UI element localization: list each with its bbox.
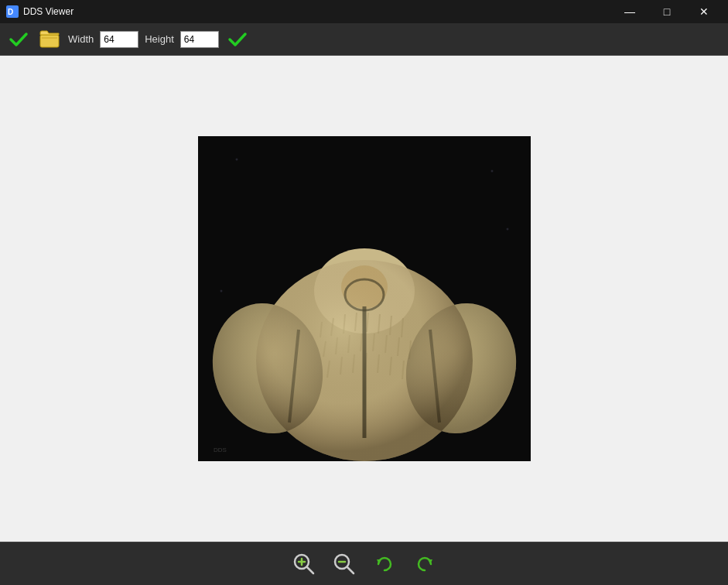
- confirm-button-right[interactable]: [225, 27, 250, 52]
- check-icon-left: [8, 29, 29, 50]
- svg-text:DDS: DDS: [214, 446, 227, 453]
- app-title: DDS Viewer: [23, 6, 73, 17]
- close-button[interactable]: ✕: [686, 0, 722, 23]
- open-folder-icon: [39, 29, 60, 50]
- height-input[interactable]: [180, 31, 219, 48]
- maximize-button[interactable]: □: [649, 0, 685, 23]
- svg-line-46: [307, 567, 313, 573]
- app-icon: D: [6, 5, 19, 18]
- toolbar: Width Height: [0, 23, 728, 56]
- open-file-button[interactable]: [37, 27, 62, 52]
- rotate-right-icon: [412, 552, 437, 576]
- image-display: DDS: [198, 136, 531, 461]
- content-area: DDS: [0, 56, 728, 542]
- zoom-in-button[interactable]: [289, 549, 320, 580]
- title-bar-left: D DDS Viewer: [6, 5, 73, 18]
- width-label: Width: [68, 33, 94, 45]
- zoom-out-icon: [332, 552, 357, 576]
- check-icon-right: [227, 29, 248, 50]
- svg-point-7: [220, 290, 222, 292]
- texture-preview: DDS: [198, 136, 531, 461]
- title-bar: D DDS Viewer — □ ✕: [0, 0, 728, 23]
- svg-text:D: D: [8, 8, 13, 16]
- title-bar-controls: — □ ✕: [612, 0, 722, 23]
- svg-point-6: [506, 228, 508, 231]
- svg-rect-2: [40, 35, 59, 47]
- bottom-bar: [0, 542, 728, 585]
- zoom-out-button[interactable]: [329, 549, 360, 580]
- svg-point-5: [490, 170, 493, 173]
- svg-line-50: [347, 567, 354, 573]
- confirm-button-left[interactable]: [6, 27, 31, 52]
- height-label: Height: [145, 33, 174, 45]
- rotate-left-button[interactable]: [369, 549, 400, 580]
- minimize-button[interactable]: —: [612, 0, 648, 23]
- rotate-right-button[interactable]: [409, 549, 440, 580]
- width-input[interactable]: [100, 31, 138, 48]
- rotate-left-icon: [372, 552, 397, 576]
- zoom-in-icon: [292, 552, 316, 576]
- svg-point-4: [235, 159, 238, 161]
